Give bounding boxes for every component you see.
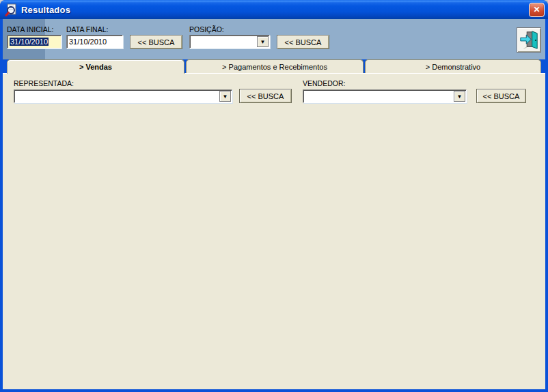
- tab-pagamentos-recebimentos[interactable]: > Pagamentos e Recebimentos: [186, 59, 364, 73]
- chevron-down-icon: ▼: [457, 94, 463, 100]
- chevron-down-icon: ▼: [260, 39, 266, 45]
- busca-posicao-button[interactable]: << BUSCA: [277, 35, 329, 49]
- vendedor-label: VENDEDOR:: [303, 79, 345, 87]
- data-final-value: 31/10/2010: [69, 38, 107, 46]
- vendedor-value: [303, 93, 305, 101]
- data-final-input[interactable]: 31/10/2010: [66, 35, 123, 48]
- representada-value: [14, 93, 16, 101]
- posicao-dropdown-button[interactable]: ▼: [257, 36, 269, 47]
- posicao-select[interactable]: ▼: [189, 35, 270, 48]
- close-button[interactable]: ✕: [529, 3, 545, 17]
- vendedor-dropdown-button[interactable]: ▼: [454, 91, 465, 102]
- representada-select[interactable]: ▼: [14, 89, 232, 103]
- posicao-value: [190, 38, 192, 46]
- tab-vendas[interactable]: > Vendas: [7, 59, 184, 74]
- data-inicial-label: DATA INICIAL:: [7, 25, 53, 33]
- representada-label: REPRESENTADA:: [14, 79, 74, 87]
- exit-button[interactable]: [517, 27, 541, 53]
- data-inicial-selected-text: 31/10/2010: [10, 38, 49, 46]
- tab-demonstrativo[interactable]: > Demonstrativo: [365, 59, 541, 73]
- window-title: Resultados: [21, 5, 70, 15]
- data-inicial-input[interactable]: 31/10/2010: [7, 35, 61, 48]
- vendedor-select[interactable]: ▼: [303, 89, 467, 103]
- chevron-down-icon: ▼: [223, 94, 228, 100]
- representada-dropdown-button[interactable]: ▼: [219, 91, 231, 102]
- busca-vendedor-button[interactable]: << BUSCA: [476, 89, 526, 103]
- posicao-label: POSIÇÃO:: [189, 25, 224, 33]
- titlebar[interactable]: Resultados ✕: [0, 0, 548, 19]
- busca-datas-button[interactable]: << BUSCA: [130, 35, 182, 49]
- vendas-tab-panel: [3, 73, 545, 389]
- app-icon: [5, 3, 18, 16]
- app-window: Resultados ✕ DATA INICIAL: 31/10/2010 DA…: [0, 0, 548, 392]
- exit-door-icon: [519, 30, 539, 51]
- data-final-label: DATA FINAL:: [66, 25, 108, 33]
- busca-representada-button[interactable]: << BUSCA: [239, 89, 292, 103]
